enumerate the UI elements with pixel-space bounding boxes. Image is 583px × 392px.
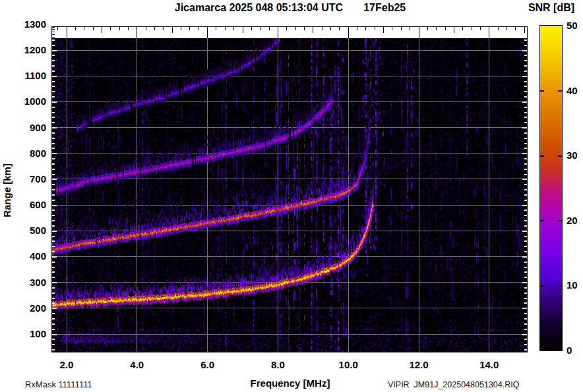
x-tick-label-6.0: 6.0: [188, 360, 228, 370]
colorbar-tick-label-50: 50: [567, 20, 583, 31]
y-tick-label-1300: 1300: [11, 19, 46, 30]
x-tick-label-8.0: 8.0: [258, 360, 297, 370]
x-tick-label-2.0: 2.0: [47, 360, 86, 370]
rxmask-text: RxMask 11111111: [25, 379, 92, 390]
y-tick-label-1200: 1200: [11, 45, 46, 55]
plot-title: Jicamarca 2025 048 05:13:04 UTC 17Feb25: [52, 1, 528, 14]
colorbar-tick-label-20: 20: [567, 215, 583, 226]
ionogram-window: Jicamarca 2025 048 05:13:04 UTC 17Feb25 …: [0, 0, 583, 392]
colorbar-canvas: [540, 26, 562, 350]
colorbar-tick-label-40: 40: [567, 86, 583, 96]
colorbar-title: SNR [dB]: [520, 1, 583, 14]
colorbar-tick-label-30: 30: [567, 150, 583, 161]
y-tick-label-100: 100: [11, 329, 46, 339]
y-tick-label-600: 600: [11, 200, 46, 210]
y-tick-label-1100: 1100: [11, 70, 46, 81]
ionogram-canvas: [52, 27, 527, 352]
y-tick-label-200: 200: [11, 303, 46, 314]
x-tick-label-4.0: 4.0: [117, 360, 157, 370]
data-file-text: VIPIR JM91J_2025048051304.RIQ: [388, 380, 519, 390]
y-tick-label-1000: 1000: [11, 96, 46, 107]
y-tick-label-900: 900: [11, 123, 46, 133]
y-tick-label-700: 700: [11, 174, 46, 184]
colorbar-tick-label-0: 0: [567, 345, 583, 356]
plot-area: [51, 26, 528, 352]
x-tick-label-14.0: 14.0: [470, 360, 509, 370]
y-tick-label-400: 400: [11, 251, 46, 262]
y-tick-label-300: 300: [11, 277, 46, 288]
colorbar-tick-label-10: 10: [567, 280, 583, 291]
x-tick-label-12.0: 12.0: [399, 360, 439, 370]
y-tick-label-800: 800: [11, 148, 46, 159]
x-tick-label-10.0: 10.0: [328, 360, 368, 370]
y-tick-label-500: 500: [11, 225, 46, 236]
snr-colorbar: [539, 25, 563, 351]
